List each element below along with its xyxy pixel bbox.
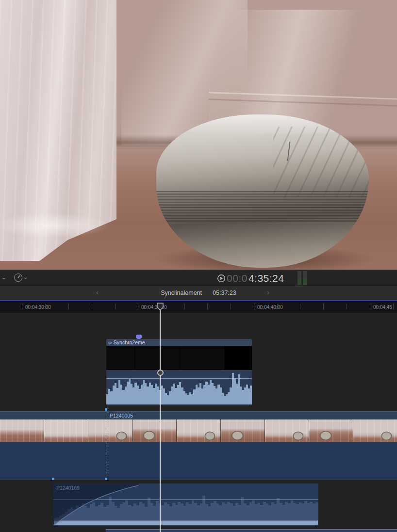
clip-synchro2eme[interactable]: ∞ Synchro2eme xyxy=(106,339,252,405)
playhead-line[interactable] xyxy=(160,310,161,532)
audio-waveform-area xyxy=(106,370,252,405)
audio-waveform xyxy=(106,370,252,404)
viewer-toolbar: ⌄ ⌄ xyxy=(0,270,397,286)
audio-meter-right xyxy=(303,271,307,285)
timecode-dim-digits: 00:0 xyxy=(227,273,248,284)
video-preview xyxy=(0,0,397,270)
connection-handle-dot[interactable] xyxy=(105,408,107,411)
linked-clip-icon: ∞ xyxy=(108,340,112,345)
clip-p1240005[interactable]: P1240005 xyxy=(0,411,397,480)
collapse-chevron-icon[interactable]: ⌄ xyxy=(1,274,6,281)
previous-project-button[interactable]: ‹ xyxy=(96,288,99,296)
video-filmstrip xyxy=(0,419,397,442)
audio-meter-left xyxy=(298,271,301,285)
timecode-digits: 4:35:24 xyxy=(248,273,284,284)
edit-point-dashed-line xyxy=(106,410,106,479)
retime-gauge-icon[interactable] xyxy=(14,274,22,282)
clip-name: P1240005 xyxy=(110,413,133,419)
retime-chevron-icon[interactable]: ⌄ xyxy=(23,274,28,280)
project-title: Synclinalement xyxy=(161,290,202,296)
playhead-handle[interactable] xyxy=(157,303,164,311)
project-timecode: 05:37:23 xyxy=(213,290,236,296)
audio-meters[interactable] xyxy=(298,271,307,285)
playhead-knob[interactable] xyxy=(157,370,164,376)
plastic-curtain-fold xyxy=(0,209,114,242)
next-project-button[interactable]: › xyxy=(267,288,269,296)
clip-header: P1240005 xyxy=(0,412,397,419)
connection-handle-dot[interactable] xyxy=(105,478,107,480)
volume-line[interactable] xyxy=(106,378,252,379)
next-clip-top-edge[interactable] xyxy=(106,529,397,532)
bowl-dark-band xyxy=(156,191,369,222)
timecode-display[interactable]: 00:04:35:24 xyxy=(217,272,284,285)
clip-header: ∞ Synchro2eme xyxy=(106,339,252,346)
connection-handle-dot[interactable] xyxy=(52,478,54,480)
fade-in-handle[interactable] xyxy=(53,484,141,526)
clip-p1240169[interactable]: P1240169 xyxy=(53,484,318,526)
app-window: ⌄ ⌄ 00:04:35:24 Synclinalement 05:37:23 … xyxy=(0,0,397,532)
clip-name: Synchro2eme xyxy=(114,339,145,345)
project-titlebar: Synclinalement 05:37:23 xyxy=(0,286,397,300)
play-circle-icon xyxy=(217,274,226,283)
video-filmstrip xyxy=(106,346,252,370)
timeline-ruler[interactable]: 00:04:30:0000:04:35:0000:04:40:0000:04:4… xyxy=(0,301,397,313)
